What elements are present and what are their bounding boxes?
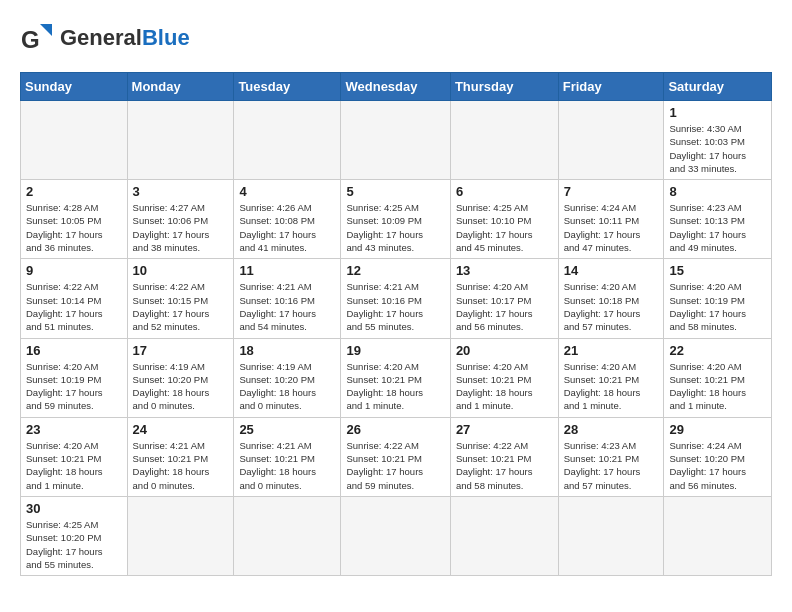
day-info: Sunrise: 4:20 AM Sunset: 10:19 PM Daylig… xyxy=(669,280,766,333)
day-info: Sunrise: 4:25 AM Sunset: 10:20 PM Daylig… xyxy=(26,518,122,571)
calendar-cell: 3Sunrise: 4:27 AM Sunset: 10:06 PM Dayli… xyxy=(127,180,234,259)
calendar-cell: 10Sunrise: 4:22 AM Sunset: 10:15 PM Dayl… xyxy=(127,259,234,338)
day-info: Sunrise: 4:21 AM Sunset: 10:16 PM Daylig… xyxy=(239,280,335,333)
day-number: 20 xyxy=(456,343,553,358)
day-number: 8 xyxy=(669,184,766,199)
day-info: Sunrise: 4:24 AM Sunset: 10:20 PM Daylig… xyxy=(669,439,766,492)
day-info: Sunrise: 4:27 AM Sunset: 10:06 PM Daylig… xyxy=(133,201,229,254)
day-number: 29 xyxy=(669,422,766,437)
day-number: 10 xyxy=(133,263,229,278)
calendar-cell: 25Sunrise: 4:21 AM Sunset: 10:21 PM Dayl… xyxy=(234,417,341,496)
day-info: Sunrise: 4:26 AM Sunset: 10:08 PM Daylig… xyxy=(239,201,335,254)
calendar-cell: 17Sunrise: 4:19 AM Sunset: 10:20 PM Dayl… xyxy=(127,338,234,417)
day-info: Sunrise: 4:20 AM Sunset: 10:17 PM Daylig… xyxy=(456,280,553,333)
calendar-cell: 19Sunrise: 4:20 AM Sunset: 10:21 PM Dayl… xyxy=(341,338,450,417)
svg-text:G: G xyxy=(21,26,40,53)
day-number: 26 xyxy=(346,422,444,437)
calendar-cell xyxy=(450,496,558,575)
calendar-cell xyxy=(234,101,341,180)
calendar-cell: 7Sunrise: 4:24 AM Sunset: 10:11 PM Dayli… xyxy=(558,180,664,259)
calendar-cell: 13Sunrise: 4:20 AM Sunset: 10:17 PM Dayl… xyxy=(450,259,558,338)
day-number: 15 xyxy=(669,263,766,278)
day-info: Sunrise: 4:22 AM Sunset: 10:21 PM Daylig… xyxy=(456,439,553,492)
day-number: 23 xyxy=(26,422,122,437)
calendar-cell: 8Sunrise: 4:23 AM Sunset: 10:13 PM Dayli… xyxy=(664,180,772,259)
day-number: 28 xyxy=(564,422,659,437)
calendar-cell xyxy=(558,496,664,575)
day-info: Sunrise: 4:20 AM Sunset: 10:21 PM Daylig… xyxy=(346,360,444,413)
day-number: 30 xyxy=(26,501,122,516)
calendar-cell: 30Sunrise: 4:25 AM Sunset: 10:20 PM Dayl… xyxy=(21,496,128,575)
calendar-cell: 11Sunrise: 4:21 AM Sunset: 10:16 PM Dayl… xyxy=(234,259,341,338)
calendar-cell: 20Sunrise: 4:20 AM Sunset: 10:21 PM Dayl… xyxy=(450,338,558,417)
calendar-cell: 24Sunrise: 4:21 AM Sunset: 10:21 PM Dayl… xyxy=(127,417,234,496)
logo-text: GeneralBlue xyxy=(60,25,190,51)
day-info: Sunrise: 4:23 AM Sunset: 10:13 PM Daylig… xyxy=(669,201,766,254)
calendar-cell: 12Sunrise: 4:21 AM Sunset: 10:16 PM Dayl… xyxy=(341,259,450,338)
calendar-cell: 9Sunrise: 4:22 AM Sunset: 10:14 PM Dayli… xyxy=(21,259,128,338)
calendar-cell xyxy=(234,496,341,575)
calendar-cell xyxy=(341,496,450,575)
calendar-cell xyxy=(664,496,772,575)
week-row-2: 2Sunrise: 4:28 AM Sunset: 10:05 PM Dayli… xyxy=(21,180,772,259)
day-info: Sunrise: 4:21 AM Sunset: 10:21 PM Daylig… xyxy=(239,439,335,492)
week-row-5: 23Sunrise: 4:20 AM Sunset: 10:21 PM Dayl… xyxy=(21,417,772,496)
day-info: Sunrise: 4:22 AM Sunset: 10:21 PM Daylig… xyxy=(346,439,444,492)
weekday-header-friday: Friday xyxy=(558,73,664,101)
weekday-header-row: SundayMondayTuesdayWednesdayThursdayFrid… xyxy=(21,73,772,101)
day-info: Sunrise: 4:25 AM Sunset: 10:10 PM Daylig… xyxy=(456,201,553,254)
day-number: 21 xyxy=(564,343,659,358)
week-row-3: 9Sunrise: 4:22 AM Sunset: 10:14 PM Dayli… xyxy=(21,259,772,338)
calendar-cell xyxy=(127,496,234,575)
day-number: 12 xyxy=(346,263,444,278)
day-info: Sunrise: 4:20 AM Sunset: 10:21 PM Daylig… xyxy=(456,360,553,413)
calendar-cell: 14Sunrise: 4:20 AM Sunset: 10:18 PM Dayl… xyxy=(558,259,664,338)
day-info: Sunrise: 4:20 AM Sunset: 10:21 PM Daylig… xyxy=(26,439,122,492)
week-row-4: 16Sunrise: 4:20 AM Sunset: 10:19 PM Dayl… xyxy=(21,338,772,417)
week-row-6: 30Sunrise: 4:25 AM Sunset: 10:20 PM Dayl… xyxy=(21,496,772,575)
day-number: 6 xyxy=(456,184,553,199)
calendar-cell: 2Sunrise: 4:28 AM Sunset: 10:05 PM Dayli… xyxy=(21,180,128,259)
calendar-cell: 1Sunrise: 4:30 AM Sunset: 10:03 PM Dayli… xyxy=(664,101,772,180)
week-row-1: 1Sunrise: 4:30 AM Sunset: 10:03 PM Dayli… xyxy=(21,101,772,180)
day-number: 11 xyxy=(239,263,335,278)
day-number: 7 xyxy=(564,184,659,199)
calendar-cell: 29Sunrise: 4:24 AM Sunset: 10:20 PM Dayl… xyxy=(664,417,772,496)
calendar-cell: 4Sunrise: 4:26 AM Sunset: 10:08 PM Dayli… xyxy=(234,180,341,259)
day-info: Sunrise: 4:20 AM Sunset: 10:21 PM Daylig… xyxy=(564,360,659,413)
day-info: Sunrise: 4:22 AM Sunset: 10:14 PM Daylig… xyxy=(26,280,122,333)
day-number: 1 xyxy=(669,105,766,120)
day-number: 24 xyxy=(133,422,229,437)
weekday-header-thursday: Thursday xyxy=(450,73,558,101)
weekday-header-sunday: Sunday xyxy=(21,73,128,101)
day-number: 3 xyxy=(133,184,229,199)
logo: G GeneralBlue xyxy=(20,20,190,56)
calendar-cell: 16Sunrise: 4:20 AM Sunset: 10:19 PM Dayl… xyxy=(21,338,128,417)
day-info: Sunrise: 4:30 AM Sunset: 10:03 PM Daylig… xyxy=(669,122,766,175)
calendar-table: SundayMondayTuesdayWednesdayThursdayFrid… xyxy=(20,72,772,576)
day-info: Sunrise: 4:21 AM Sunset: 10:21 PM Daylig… xyxy=(133,439,229,492)
calendar-cell: 28Sunrise: 4:23 AM Sunset: 10:21 PM Dayl… xyxy=(558,417,664,496)
day-number: 27 xyxy=(456,422,553,437)
calendar-cell: 26Sunrise: 4:22 AM Sunset: 10:21 PM Dayl… xyxy=(341,417,450,496)
day-info: Sunrise: 4:28 AM Sunset: 10:05 PM Daylig… xyxy=(26,201,122,254)
calendar-cell xyxy=(558,101,664,180)
calendar-cell xyxy=(21,101,128,180)
day-number: 5 xyxy=(346,184,444,199)
page-header: G GeneralBlue xyxy=(20,20,772,56)
day-number: 22 xyxy=(669,343,766,358)
day-info: Sunrise: 4:23 AM Sunset: 10:21 PM Daylig… xyxy=(564,439,659,492)
calendar-cell: 23Sunrise: 4:20 AM Sunset: 10:21 PM Dayl… xyxy=(21,417,128,496)
calendar-cell: 18Sunrise: 4:19 AM Sunset: 10:20 PM Dayl… xyxy=(234,338,341,417)
day-info: Sunrise: 4:25 AM Sunset: 10:09 PM Daylig… xyxy=(346,201,444,254)
calendar-cell xyxy=(450,101,558,180)
weekday-header-wednesday: Wednesday xyxy=(341,73,450,101)
calendar-cell: 22Sunrise: 4:20 AM Sunset: 10:21 PM Dayl… xyxy=(664,338,772,417)
svg-marker-1 xyxy=(40,24,52,36)
weekday-header-tuesday: Tuesday xyxy=(234,73,341,101)
weekday-header-saturday: Saturday xyxy=(664,73,772,101)
day-info: Sunrise: 4:19 AM Sunset: 10:20 PM Daylig… xyxy=(239,360,335,413)
calendar-cell: 5Sunrise: 4:25 AM Sunset: 10:09 PM Dayli… xyxy=(341,180,450,259)
day-info: Sunrise: 4:21 AM Sunset: 10:16 PM Daylig… xyxy=(346,280,444,333)
day-info: Sunrise: 4:19 AM Sunset: 10:20 PM Daylig… xyxy=(133,360,229,413)
